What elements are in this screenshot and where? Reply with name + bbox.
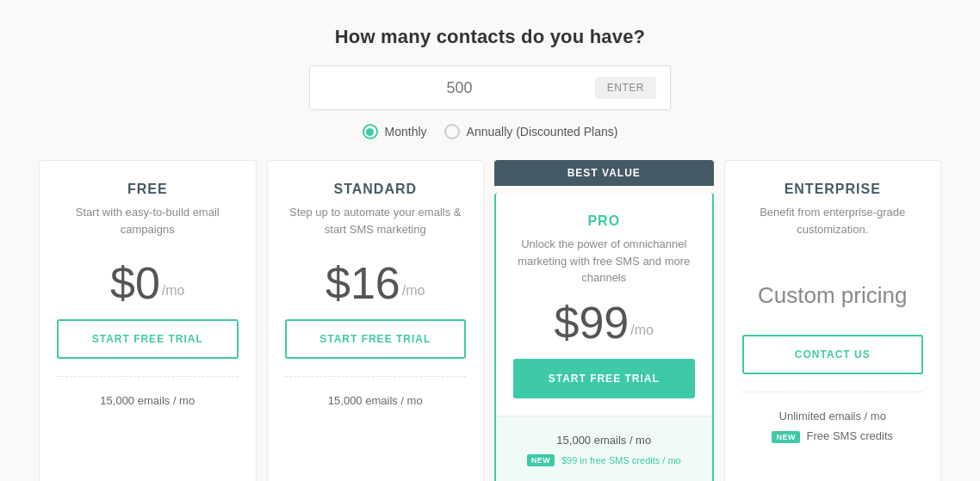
- standard-price-period: /mo: [402, 283, 425, 299]
- pro-price-period: /mo: [630, 323, 654, 338]
- enterprise-sms-credits: Free SMS credits: [807, 429, 893, 442]
- standard-plan-name: STANDARD: [333, 182, 417, 197]
- enterprise-new-badge: NEW: [772, 431, 800, 443]
- standard-price-amount: $16: [326, 261, 400, 305]
- pro-plan-description: Unlock the power of omnichannel marketin…: [513, 236, 695, 287]
- enterprise-features: Unlimited emails / mo NEW Free SMS credi…: [742, 392, 924, 447]
- pro-emails: 15,000 emails / mo: [513, 430, 695, 450]
- pro-plan-name: PRO: [587, 213, 620, 229]
- annually-radio[interactable]: [444, 124, 460, 139]
- standard-features: 15,000 emails / mo: [285, 376, 467, 410]
- free-features: 15,000 emails / mo: [57, 376, 239, 410]
- enterprise-cta-button[interactable]: CONTACT US: [742, 335, 924, 374]
- annually-label: Annually (Discounted Plans): [467, 125, 618, 139]
- plan-free: FREE Start with easy-to-build email camp…: [39, 160, 257, 481]
- free-plan-name: FREE: [127, 182, 168, 197]
- best-value-badge: BEST VALUE: [494, 160, 714, 186]
- annually-option[interactable]: Annually (Discounted Plans): [444, 124, 618, 139]
- standard-plan-price: $16 /mo: [326, 261, 425, 305]
- enterprise-emails: Unlimited emails / mo: [742, 406, 924, 426]
- standard-emails: 15,000 emails / mo: [285, 391, 467, 410]
- plan-standard: STANDARD Step up to automate your emails…: [267, 160, 485, 481]
- page-title: How many contacts do you have?: [335, 26, 646, 48]
- enterprise-plan-name: ENTERPRISE: [785, 182, 881, 197]
- free-price-period: /mo: [162, 283, 185, 299]
- pro-features: 15,000 emails / mo NEW $99 in free SMS c…: [496, 416, 712, 482]
- contacts-input[interactable]: [324, 79, 595, 97]
- monthly-option[interactable]: Monthly: [363, 124, 427, 139]
- pro-sms: NEW $99 in free SMS credits / mo: [513, 450, 695, 471]
- pro-cta-button[interactable]: START FREE TRIAL: [513, 359, 695, 398]
- billing-toggle: Monthly Annually (Discounted Plans): [363, 124, 618, 139]
- pro-new-badge: NEW: [527, 454, 555, 466]
- contact-input-wrapper: ENTER: [309, 65, 671, 110]
- free-cta-button[interactable]: START FREE TRIAL: [57, 319, 239, 359]
- standard-plan-description: Step up to automate your emails & start …: [285, 204, 467, 247]
- monthly-label: Monthly: [385, 125, 427, 139]
- enter-button[interactable]: ENTER: [595, 77, 656, 99]
- free-emails: 15,000 emails / mo: [57, 391, 239, 410]
- free-plan-description: Start with easy-to-build email campaigns: [57, 204, 239, 247]
- pro-plan-price: $99 /mo: [555, 300, 654, 345]
- enterprise-plan-description: Benefit from enterprise-grade customizat…: [742, 204, 924, 247]
- plan-enterprise: ENTERPRISE Benefit from enterprise-grade…: [724, 160, 942, 481]
- enterprise-custom-pricing: Custom pricing: [758, 269, 907, 321]
- pro-price-amount: $99: [555, 300, 630, 345]
- monthly-radio[interactable]: [363, 124, 378, 139]
- free-price-amount: $0: [110, 261, 160, 305]
- enterprise-sms: NEW Free SMS credits: [742, 426, 924, 447]
- standard-cta-button[interactable]: START FREE TRIAL: [285, 319, 467, 359]
- free-plan-price: $0 /mo: [110, 261, 185, 305]
- plans-container: FREE Start with easy-to-build email camp…: [34, 160, 946, 481]
- pro-sms-credits: $99 in free SMS credits / mo: [561, 455, 681, 466]
- plan-pro: BEST VALUE PRO Unlock the power of omnic…: [494, 193, 714, 481]
